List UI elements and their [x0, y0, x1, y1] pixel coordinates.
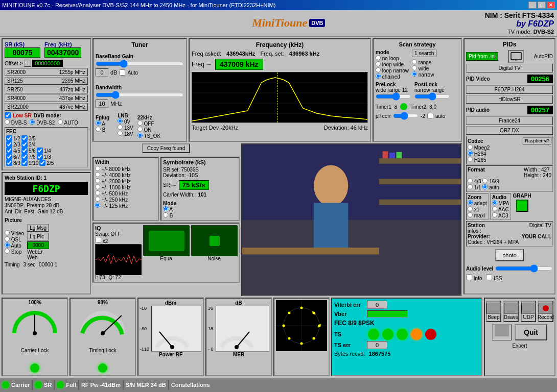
- sr22000-button[interactable]: SR22000437ve MHz: [5, 103, 88, 111]
- bandwidth-section: Bandwidth 10 MHz: [96, 85, 184, 108]
- hdlow-sr-btn[interactable]: HDlowSR: [466, 95, 553, 104]
- fec-7-8[interactable]: [21, 154, 28, 160]
- format-panel: Format Width : 427 Height : 240 4/3 16/9…: [466, 165, 553, 192]
- freq-display[interactable]: 00437000: [44, 47, 81, 58]
- full-status-text: Full: [66, 382, 76, 388]
- close-button[interactable]: ✕: [547, 2, 555, 9]
- scan-panel: Scan strategy mode no loop loop wide loo…: [373, 38, 462, 142]
- freq-green-box[interactable]: 437009 kHz: [215, 59, 263, 70]
- tuner-freq-row: Tuner BaseBand Gain 0 dB Auto Bandwidth: [92, 38, 462, 142]
- auto-check-pll[interactable]: [427, 113, 433, 119]
- mer-inner: 36 18 - 0: [208, 306, 269, 352]
- nim-header-bar: MiniTioune DVB NIM : Serit FTS-4334 by F…: [0, 10, 557, 37]
- bandwidth-slider[interactable]: [96, 91, 184, 99]
- digital-tv-btn[interactable]: Digital TV: [466, 64, 553, 72]
- fec-1-3[interactable]: [37, 154, 43, 160]
- fec-3-5[interactable]: [21, 135, 28, 141]
- swap-row: Swap: OFF: [95, 231, 141, 237]
- svg-point-43: [288, 337, 291, 340]
- beep-button[interactable]: Beep: [486, 301, 501, 322]
- auto-check[interactable]: [119, 69, 125, 76]
- svg-rect-23: [515, 60, 518, 61]
- dvbs-option[interactable]: DVB-S: [5, 119, 27, 126]
- expert-icon-btn[interactable]: [492, 324, 512, 340]
- center-column: Tuner BaseBand Gain 0 dB Auto Bandwidth: [92, 38, 462, 295]
- web-er-btn[interactable]: WebEr: [27, 249, 49, 255]
- fec-2-3[interactable]: [6, 141, 12, 148]
- minimize-button[interactable]: _: [528, 2, 537, 9]
- baseband-slider[interactable]: [96, 60, 184, 67]
- web-btn[interactable]: Web: [27, 255, 49, 260]
- pll-slider[interactable]: [393, 112, 419, 119]
- svg-point-33: [235, 345, 239, 349]
- station-name: MIGNE-AUXANCES: [5, 197, 88, 202]
- copy-freq-button[interactable]: Copy Freq found: [142, 143, 191, 153]
- fplug-lnb-row: Fplug A B LNB 0V 13V 18V 22kHz: [96, 113, 184, 139]
- fec-row-2: 2/3 3/4: [6, 141, 86, 148]
- sr250-button[interactable]: SR250437zq MHz: [5, 86, 88, 93]
- logo-area: MiniTioune DVB: [96, 16, 482, 30]
- fec-1-4[interactable]: [37, 148, 43, 154]
- sr125-button[interactable]: SR1252395 MHz: [5, 77, 88, 85]
- timing-lock-panel: 98% Timing Lock: [69, 298, 136, 376]
- audio-level-slider[interactable]: [495, 265, 553, 272]
- svg-point-44: [300, 342, 303, 345]
- dsave-button[interactable]: Dsave: [503, 301, 519, 322]
- search-button[interactable]: 1 search: [412, 50, 436, 57]
- graph-button[interactable]: [516, 200, 528, 212]
- fec-5-6[interactable]: [21, 148, 28, 154]
- photo-button[interactable]: photo: [495, 249, 524, 261]
- ts-lock-btn[interactable]: [425, 329, 436, 340]
- svg-rect-20: [314, 203, 348, 251]
- sr-freq-header: SR (kS) 00075 Freq (kHz) 00437000: [5, 41, 88, 58]
- dvbs2-option[interactable]: DVB-S2: [30, 119, 55, 126]
- fec-3-4[interactable]: [21, 141, 28, 148]
- web-station-panel: Web Station ID: 1 F6DZP MIGNE-AUXANCES J…: [2, 172, 91, 295]
- web-station-title: Web Station ID: 1: [5, 175, 88, 181]
- fec-2-5[interactable]: [39, 160, 45, 166]
- sr4000-button[interactable]: SR4000437qe MHz: [5, 94, 88, 102]
- codec-header: Codec RaspberryP: [468, 137, 551, 144]
- minus-button[interactable]: -: [24, 60, 31, 67]
- fec-1-2[interactable]: [6, 135, 12, 141]
- sr2000-button[interactable]: SR20001255p MHz: [5, 68, 88, 76]
- fec-9-10[interactable]: [21, 160, 28, 166]
- svg-rect-15: [379, 200, 461, 205]
- record-button[interactable]: Record: [538, 301, 553, 322]
- timing-lock-label: Timing Lock: [89, 348, 117, 353]
- pids-panel: PIDs Pid from .ini AutoPID Digital TV PI…: [463, 38, 555, 295]
- dbm-scale: -10 -60 -110: [140, 306, 149, 352]
- lg-msg-btn[interactable]: Lg Msg: [27, 224, 49, 232]
- mhz-value: 10: [96, 100, 108, 108]
- f6dzp-h264-btn[interactable]: F6DZP-H264: [466, 85, 553, 94]
- pid-from-ini-btn[interactable]: Pid from .ini: [466, 52, 498, 61]
- noise-section: Noise: [191, 225, 237, 280]
- prelock-slider[interactable]: [376, 93, 411, 100]
- web-indicator: 0000: [27, 241, 49, 249]
- lg-pic-btn[interactable]: Lg Pic: [27, 233, 49, 240]
- ts-led-2: [382, 329, 393, 340]
- spectrum-display: [192, 72, 368, 123]
- maximize-button[interactable]: □: [538, 2, 546, 9]
- fec-6-7[interactable]: [6, 154, 12, 160]
- dbm-panel: dBm -10 -60 -110 Power RF: [137, 298, 204, 376]
- raspberry-btn[interactable]: RaspberryP: [523, 137, 551, 144]
- postlock-slider[interactable]: [414, 93, 450, 100]
- qrz-dx-btn[interactable]: QRZ DX: [466, 126, 553, 135]
- fec-8-9[interactable]: [6, 160, 12, 166]
- sr-freq-panel: SR (kS) 00075 Freq (kHz) 00437000 Offset…: [2, 38, 91, 170]
- quit-button[interactable]: Quit: [515, 324, 547, 340]
- svg-point-46: [318, 326, 319, 328]
- france24-btn[interactable]: France24: [466, 116, 553, 125]
- ant-dir: Ant. Dir. East: [5, 209, 34, 214]
- auto-option[interactable]: AUTO: [58, 119, 78, 126]
- sep-2: [54, 380, 55, 390]
- fec-4-5[interactable]: [6, 148, 12, 154]
- sr-green-box[interactable]: 75 kS/s: [179, 180, 209, 190]
- scan-left: mode no loop loop wide loop narrow chain…: [376, 50, 409, 80]
- sr-display[interactable]: 00075: [5, 47, 40, 58]
- udp-button[interactable]: UDP: [521, 301, 536, 322]
- low-sr-check[interactable]: [5, 112, 11, 118]
- autopid-btn[interactable]: AutoPID: [534, 54, 553, 59]
- middle-row: Copy Freq found Width +/- 8000 kHz +/- 4…: [92, 143, 462, 296]
